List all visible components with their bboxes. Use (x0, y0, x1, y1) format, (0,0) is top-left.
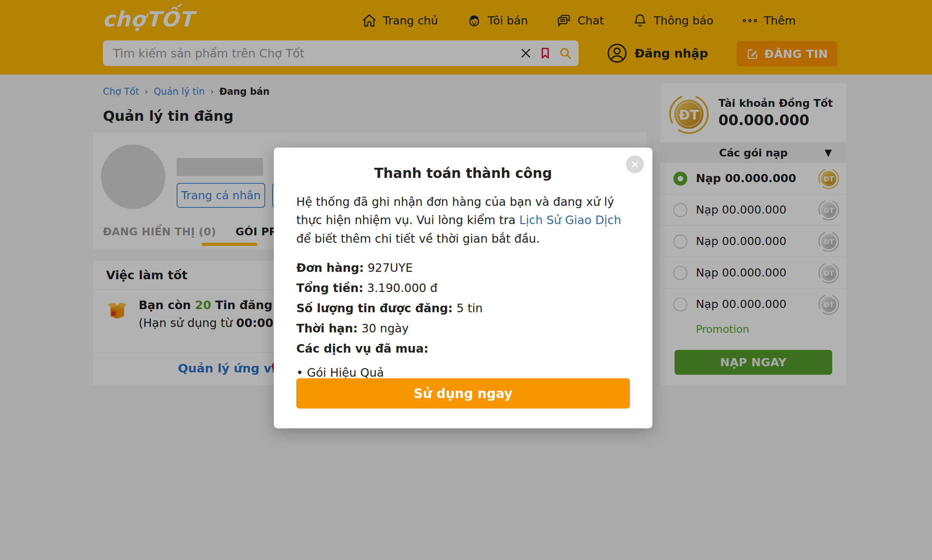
modal-body-text: Hệ thống đã ghi nhận đơn hàng của bạn và… (296, 193, 630, 248)
modal-body-post: để biết thêm chi tiết về thời gian bắt đ… (296, 232, 540, 245)
services-label: Các dịch vụ đã mua: (296, 342, 428, 355)
total-row: Tổng tiền: 3.190.000 đ (296, 281, 483, 295)
use-now-button[interactable]: Sử dụng ngay (296, 378, 630, 409)
transaction-history-link[interactable]: Lịch Sử Giao Dịch (519, 213, 621, 227)
listing-count-row: Số lượng tin được đăng: 5 tin (296, 301, 483, 315)
order-id-row: Đơn hàng: 927UYE (296, 261, 483, 275)
service-bullet-item: • Gói Hiệu Quả (296, 366, 483, 379)
modal-title: Thanh toán thành công (274, 165, 652, 181)
total-value: 3.190.000 đ (363, 281, 438, 295)
chotot-app: chợ TỐT Trang chủ Tôi bán Chat Thông báo (0, 0, 932, 560)
payment-success-modal: Thanh toán thành công Hệ thống đã ghi nh… (274, 148, 652, 428)
duration-row: Thời hạn: 30 ngày (296, 322, 483, 335)
order-id-value: 927UYE (364, 261, 413, 275)
total-label: Tổng tiền: (296, 281, 363, 295)
listing-count-label: Số lượng tin được đăng: (296, 301, 453, 315)
duration-label: Thời hạn: (296, 322, 358, 335)
duration-value: 30 ngày (358, 322, 409, 335)
listing-count-value: 5 tin (453, 301, 483, 315)
order-id-label: Đơn hàng: (296, 261, 364, 275)
order-details: Đơn hàng: 927UYE Tổng tiền: 3.190.000 đ … (296, 261, 483, 386)
services-row: Các dịch vụ đã mua: (296, 342, 483, 355)
